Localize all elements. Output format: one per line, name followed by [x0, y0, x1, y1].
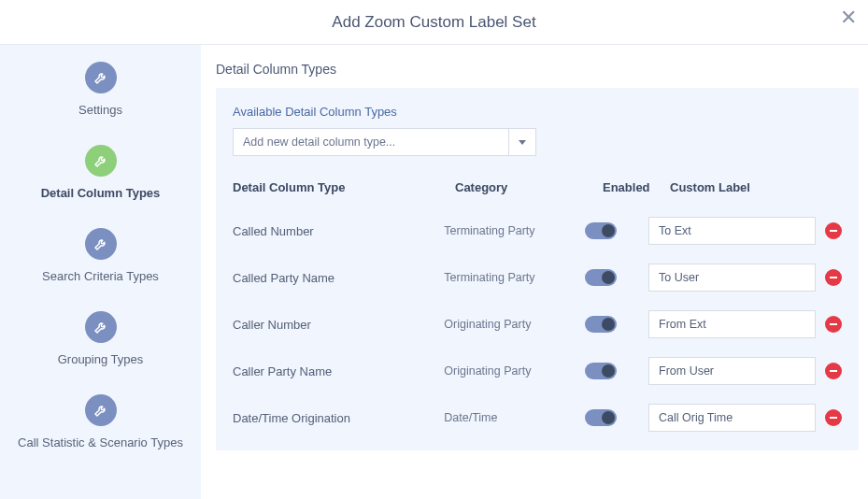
add-column-type-select[interactable]: Add new detail column type...: [233, 128, 536, 156]
panel: Available Detail Column Types Add new de…: [216, 88, 859, 450]
row-type: Caller Party Name: [233, 364, 444, 378]
row-type: Called Number: [233, 224, 444, 238]
select-placeholder: Add new detail column type...: [233, 128, 508, 156]
wrench-icon: [85, 62, 117, 93]
header-type: Detail Column Type: [233, 180, 455, 194]
wrench-icon: [85, 394, 117, 426]
custom-label-input[interactable]: [648, 264, 816, 292]
row-category: Date/Time: [444, 411, 584, 424]
section-title: Detail Column Types: [216, 62, 868, 77]
wrench-icon: [85, 145, 117, 177]
table-row: Caller Number Originating Party: [233, 301, 842, 348]
table-row: Caller Party Name Originating Party: [233, 348, 842, 394]
column-headers: Detail Column Type Category Enabled Cust…: [233, 175, 842, 207]
enabled-toggle[interactable]: [585, 222, 617, 239]
custom-label-input[interactable]: [648, 217, 816, 245]
chevron-down-icon[interactable]: [508, 128, 536, 156]
custom-label-input[interactable]: [648, 404, 816, 432]
remove-icon[interactable]: [825, 316, 842, 333]
row-category: Originating Party: [444, 364, 584, 378]
row-type: Caller Number: [233, 318, 444, 332]
enabled-toggle[interactable]: [585, 409, 617, 426]
header-enabled: Enabled: [603, 180, 670, 194]
header-custom-label: Custom Label: [670, 180, 842, 194]
enabled-toggle[interactable]: [585, 269, 617, 286]
enabled-toggle[interactable]: [585, 363, 617, 379]
remove-icon[interactable]: [825, 269, 842, 286]
row-category: Originating Party: [444, 318, 584, 331]
enabled-toggle[interactable]: [585, 316, 617, 333]
close-icon[interactable]: ✕: [840, 7, 857, 28]
step-label: Detail Column Types: [41, 186, 161, 202]
row-category: Terminating Party: [444, 271, 584, 284]
step-label: Search Criteria Types: [42, 269, 159, 285]
step-label: Grouping Types: [58, 352, 144, 368]
remove-icon[interactable]: [825, 363, 842, 379]
header-category: Category: [455, 180, 603, 194]
step-settings[interactable]: Settings: [0, 62, 201, 119]
wrench-icon: [85, 228, 117, 260]
modal-title: Add Zoom Custom Label Set: [332, 13, 535, 32]
step-detail-column-types[interactable]: Detail Column Types: [0, 145, 201, 202]
row-type: Called Party Name: [233, 271, 444, 285]
table-row: Called Party Name Terminating Party: [233, 254, 842, 301]
step-call-statistic-scenario-types[interactable]: Call Statistic & Scenario Types: [0, 394, 201, 451]
row-category: Terminating Party: [444, 224, 584, 237]
modal: Add Zoom Custom Label Set ✕ Settings Det…: [0, 0, 868, 499]
table-row: Called Number Terminating Party: [233, 207, 842, 254]
remove-icon[interactable]: [825, 409, 842, 426]
wrench-icon: [85, 311, 117, 343]
remove-icon[interactable]: [825, 222, 842, 239]
modal-header: Add Zoom Custom Label Set ✕: [0, 0, 868, 45]
wizard-sidebar: Settings Detail Column Types Search Crit…: [0, 45, 201, 499]
custom-label-input[interactable]: [648, 310, 816, 338]
modal-body: Settings Detail Column Types Search Crit…: [0, 45, 868, 499]
content-area: Detail Column Types Available Detail Col…: [201, 45, 868, 499]
row-type: Date/Time Origination: [233, 411, 444, 425]
step-label: Settings: [78, 103, 122, 119]
step-search-criteria-types[interactable]: Search Criteria Types: [0, 228, 201, 285]
step-grouping-types[interactable]: Grouping Types: [0, 311, 201, 368]
step-label: Call Statistic & Scenario Types: [18, 435, 183, 451]
available-label: Available Detail Column Types: [233, 105, 842, 119]
table-row: Date/Time Origination Date/Time: [233, 394, 842, 441]
custom-label-input[interactable]: [648, 357, 816, 385]
